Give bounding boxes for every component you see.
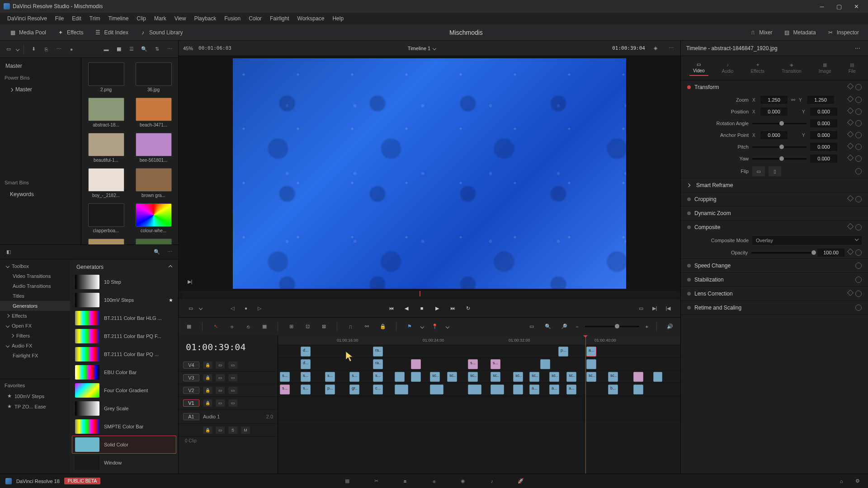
viewer-zoom[interactable]: 45%: [183, 46, 193, 51]
marker-dropdown-icon[interactable]: [446, 324, 449, 328]
anchor-y-input[interactable]: [810, 131, 837, 139]
playhead[interactable]: [585, 335, 586, 474]
loop-button[interactable]: ↻: [463, 303, 473, 313]
generator-item[interactable]: 100mV Steps★: [72, 291, 176, 309]
chevron-down-icon[interactable]: [199, 306, 203, 310]
track-v2-enable[interactable]: ▭: [228, 387, 237, 394]
yaw-slider[interactable]: [752, 158, 807, 160]
flip-h-button[interactable]: ▭: [752, 166, 765, 176]
keyframe-icon[interactable]: [847, 83, 854, 89]
prev-frame-button[interactable]: ◀: [401, 303, 411, 313]
zoom-x-input[interactable]: [760, 96, 788, 104]
media-thumb[interactable]: colour-whe...: [133, 203, 174, 233]
generator-item[interactable]: Window: [72, 454, 176, 472]
generator-item[interactable]: Four Color Gradient: [72, 381, 176, 399]
marker-nav-button[interactable]: ●: [241, 303, 251, 313]
bin-keywords[interactable]: Keywords: [0, 189, 81, 200]
list-view-button[interactable]: ☰: [127, 44, 137, 54]
fx-generators[interactable]: Generators: [0, 301, 70, 311]
next-frame-button[interactable]: ⏭: [448, 303, 458, 313]
zoom-slider[interactable]: [585, 326, 639, 327]
speed-header[interactable]: Speed Change: [694, 263, 731, 269]
marker-button[interactable]: 📍: [430, 322, 440, 332]
overwrite-button[interactable]: ⊡: [302, 322, 312, 332]
timeline-name[interactable]: Timeline 1: [408, 46, 430, 51]
record-button[interactable]: ●: [66, 44, 76, 54]
audio-button[interactable]: 🔊: [665, 322, 675, 332]
rotation-input[interactable]: [810, 119, 837, 127]
track-a1-label[interactable]: A1: [183, 413, 199, 420]
stabilization-header[interactable]: Stabilization: [694, 277, 724, 283]
tl-search-zoom-button[interactable]: 🔍: [543, 322, 553, 332]
viewer-expand-button[interactable]: ▶|: [185, 277, 195, 286]
fx-audio-trans[interactable]: Audio Transitions: [0, 281, 70, 291]
page-deliver[interactable]: 🚀: [515, 477, 526, 486]
inspector-tab-audio[interactable]: ♪Audio: [718, 61, 737, 75]
bin-master[interactable]: Master: [0, 61, 81, 71]
bin-view-button[interactable]: ▭: [4, 44, 14, 54]
flip-v-button[interactable]: ▯: [769, 166, 781, 176]
more-button[interactable]: ⋯: [54, 44, 64, 54]
media-thumb[interactable]: bee-561801...: [133, 133, 174, 163]
audio-auto[interactable]: ▭: [216, 427, 225, 434]
timeline-ruler[interactable]: 01:00:16:00 01:00:24:00 01:00:32:00 01:0…: [278, 335, 680, 345]
strip-view-button[interactable]: ▬: [101, 44, 111, 54]
composite-mode-select[interactable]: Overlay: [752, 236, 862, 245]
next-clip-button[interactable]: ▶|: [650, 303, 660, 313]
track-a1-row[interactable]: [278, 396, 680, 421]
first-frame-button[interactable]: ⏮: [386, 303, 396, 313]
replace-button[interactable]: ⊠: [319, 322, 329, 332]
pitch-input[interactable]: [810, 143, 837, 151]
match-frame-button[interactable]: ▭: [636, 303, 646, 313]
minimize-button[interactable]: ─: [814, 1, 830, 12]
settings-button[interactable]: ⚙: [853, 476, 863, 486]
media-thumb[interactable]: desert-471...: [86, 239, 126, 244]
fx-effects[interactable]: Effects: [0, 311, 70, 321]
play-button[interactable]: ▶: [432, 303, 442, 313]
media-pool-button[interactable]: ▦Media Pool: [5, 27, 51, 38]
sound-library-button[interactable]: ♪Sound Library: [135, 27, 188, 38]
media-thumb[interactable]: boy_-_2182...: [86, 168, 126, 198]
track-v1-auto[interactable]: ▭: [216, 399, 225, 407]
generator-item[interactable]: 10 Step: [72, 273, 176, 291]
viewer-scrubber[interactable]: [183, 291, 676, 299]
pos-y-input[interactable]: [810, 108, 837, 116]
page-color[interactable]: ◉: [458, 477, 468, 486]
fx-fairlightfx[interactable]: Fairlight FX: [0, 351, 70, 361]
import-button[interactable]: ⬇: [28, 44, 38, 54]
menu-clip[interactable]: Clip: [133, 14, 150, 23]
metadata-button[interactable]: ▤Metadata: [779, 27, 821, 38]
inspector-options-button[interactable]: ⋯: [853, 43, 863, 53]
composite-header[interactable]: Composite: [694, 224, 720, 230]
track-v1-enable[interactable]: ▭: [228, 399, 237, 407]
reset-icon[interactable]: [855, 84, 862, 90]
generator-item[interactable]: Grey Scale: [72, 399, 176, 418]
mixer-button[interactable]: ⎍Mixer: [745, 27, 777, 38]
flag-button[interactable]: ⚑: [405, 322, 415, 332]
track-v2-auto[interactable]: ▭: [216, 387, 225, 394]
cropping-header[interactable]: Cropping: [694, 196, 717, 202]
track-v3-row[interactable]: d...ra..s...s...: [278, 358, 680, 371]
menu-fairlight[interactable]: Fairlight: [266, 14, 293, 23]
track-v3-lock[interactable]: 🔒: [203, 374, 212, 381]
rotation-slider[interactable]: [752, 123, 807, 124]
generator-item[interactable]: EBU Color Bar: [72, 363, 176, 381]
timeline-dropdown-icon[interactable]: [433, 46, 436, 50]
fx-toolbox[interactable]: Toolbox: [0, 261, 70, 271]
zoom-in-button[interactable]: +: [646, 324, 648, 329]
track-v2-lock[interactable]: 🔒: [203, 387, 212, 394]
selection-tool[interactable]: ↖: [211, 322, 221, 332]
fx-titles[interactable]: Titles: [0, 291, 70, 301]
fx-panel-toggle[interactable]: ◧: [4, 247, 14, 257]
zoom-out-button[interactable]: −: [576, 324, 578, 329]
inspector-tab-video[interactable]: ▭Video: [689, 60, 708, 76]
chevron-right-icon[interactable]: [687, 183, 690, 187]
menu-color[interactable]: Color: [245, 14, 265, 23]
page-media[interactable]: ▦: [342, 477, 353, 486]
page-edit[interactable]: ≡: [400, 477, 410, 486]
opacity-slider[interactable]: [751, 252, 814, 253]
track-v1-row[interactable]: s...s...p...gr..c...a...a...a...b...: [278, 383, 680, 396]
track-v2-label[interactable]: V2: [183, 387, 199, 394]
transform-enable-dot[interactable]: [687, 85, 691, 89]
viewer-mode-button[interactable]: ◈: [651, 43, 660, 53]
